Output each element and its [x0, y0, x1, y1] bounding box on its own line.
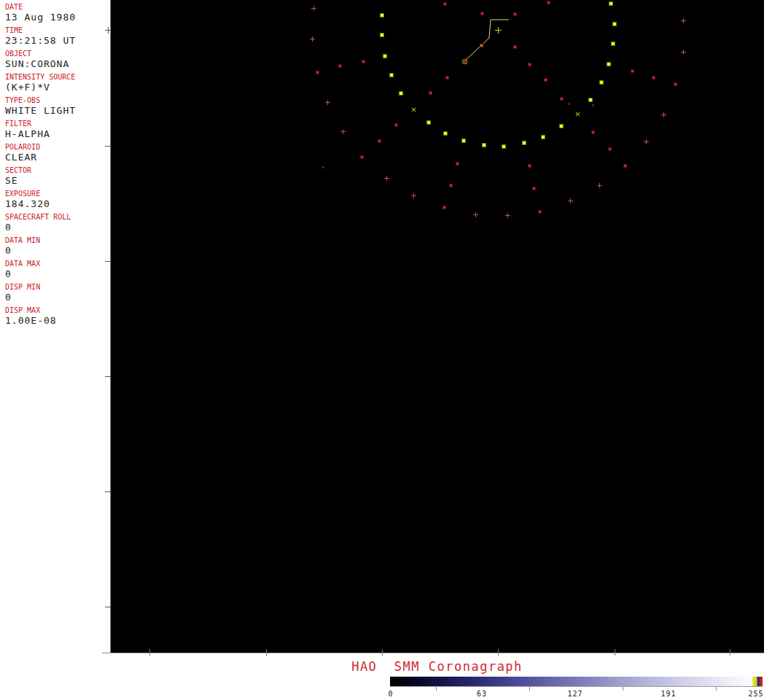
left-edge-tick: [105, 261, 111, 262]
yellow-grid-dot: [483, 144, 486, 147]
field-label: POLAROID: [5, 142, 110, 152]
field-label: SECTOR: [5, 166, 110, 175]
field-label: DISP MIN: [5, 282, 110, 292]
line-endpoint-dot: [464, 61, 466, 63]
colorbar-tick-label: 0: [388, 690, 393, 698]
yellow-grid-dot: [502, 145, 505, 148]
cross-marker: [568, 198, 573, 203]
cross-marker: [411, 193, 416, 198]
cross-marker: [681, 18, 686, 23]
star-dot: [514, 46, 516, 48]
x-marker: [410, 106, 418, 114]
coronagraph-display: [110, 0, 764, 653]
star-dot: [316, 71, 319, 74]
star-dot: [378, 140, 381, 142]
field-label: TYPE-OBS: [5, 96, 110, 105]
field-label: SPACECRAFT ROLL: [5, 212, 110, 222]
field-value: WHITE LIGHT: [5, 105, 110, 117]
star-dot: [674, 83, 677, 85]
field-value: 1.00E-08: [5, 315, 110, 327]
field-label: DATA MAX: [5, 259, 110, 268]
field-value: (K+F)*V: [5, 82, 110, 93]
star-dot: [652, 77, 655, 79]
field-label: DATE: [5, 2, 110, 12]
metadata-field-exposure: EXPOSURE 184.320: [0, 189, 110, 212]
yellow-grid-dot: [560, 125, 563, 128]
star-dot: [609, 148, 611, 150]
field-value: SUN:CORONA: [5, 58, 110, 70]
colorbar-tick-label: 255: [748, 690, 763, 698]
yellow-grid-dot: [399, 92, 402, 95]
cross-marker: [505, 213, 510, 218]
star-dot: [547, 1, 550, 4]
star-dot: [592, 131, 594, 133]
cross-marker: [644, 139, 649, 144]
star-dot: [539, 211, 541, 213]
cross-marker: [311, 6, 316, 11]
star-under-line: [480, 44, 483, 47]
star-dot: [339, 65, 341, 67]
yellow-grid-dot: [609, 2, 612, 5]
cross-marker: [325, 100, 330, 105]
smm-coronagraph-viewer: DATE 13 Aug 1980 TIME 23:21:58 UT OBJECT…: [0, 0, 764, 700]
colorbar-minor-tick: [529, 687, 530, 691]
pointing-line: [111, 0, 764, 653]
yellow-grid-dot: [390, 74, 393, 77]
metadata-field-spacecraft-roll: SPACECRAFT ROLL 0: [0, 212, 110, 236]
field-value: H-ALPHA: [5, 128, 110, 140]
cross-marker: [661, 112, 666, 117]
metadata-field-type-obs: TYPE-OBS WHITE LIGHT: [0, 96, 110, 119]
yellow-grid-dot: [462, 139, 465, 142]
star-dot: [361, 156, 363, 158]
yellow-grid-dot: [612, 42, 615, 45]
yellow-grid-dot: [381, 14, 383, 17]
field-value: 0: [5, 292, 110, 303]
left-edge-tick: [105, 491, 111, 492]
cross-marker: [681, 50, 686, 55]
star-dot: [443, 206, 445, 209]
colorbar-minor-tick: [436, 687, 437, 691]
star-dot: [561, 98, 563, 100]
left-edge-tick: [105, 376, 111, 377]
field-label: DATA MIN: [5, 236, 110, 245]
star-dot: [456, 163, 459, 165]
field-label: TIME: [5, 26, 110, 35]
colorbar: [390, 677, 763, 687]
star-dot: [481, 12, 483, 15]
colorbar-minor-tick: [623, 687, 623, 691]
metadata-field-date: DATE 13 Aug 1980: [0, 0, 110, 26]
image-bottom-axis-line: [102, 653, 764, 653]
sun-center-marker: [495, 27, 502, 34]
metadata-field-polaroid: POLAROID CLEAR: [0, 142, 110, 166]
field-value: 23:21:58 UT: [5, 35, 110, 47]
yellow-grid-dot: [613, 23, 616, 26]
star-dot: [533, 187, 535, 190]
cross-marker: [473, 212, 478, 217]
left-edge-tick: [105, 146, 111, 147]
metadata-field-data-max: DATA MAX 0: [0, 259, 110, 282]
yellow-grid-dot: [427, 121, 430, 124]
metadata-field-object: OBJECT SUN:CORONA: [0, 49, 110, 72]
star-dot: [395, 124, 397, 126]
faint-star-dot: [322, 166, 324, 168]
star-dot: [444, 3, 446, 5]
yellow-grid-dot: [523, 141, 526, 144]
metadata-field-data-min: DATA MIN 0: [0, 236, 110, 259]
yellow-grid-dot: [600, 81, 603, 84]
colorbar-minor-tick: [716, 687, 717, 691]
field-value: 0: [5, 268, 110, 280]
field-label: OBJECT: [5, 49, 110, 58]
field-label: FILTER: [5, 119, 110, 128]
yellow-grid-dot: [383, 55, 386, 58]
yellow-grid-dot: [589, 98, 592, 101]
star-dot: [514, 13, 516, 15]
star-dot: [429, 92, 432, 94]
footer-title: HAO SMM Coronagraph: [110, 659, 764, 674]
cross-marker: [384, 176, 389, 181]
star-dot: [450, 184, 452, 187]
yellow-grid-dot: [607, 63, 610, 66]
colorbar-tick-label: 63: [477, 690, 487, 698]
metadata-field-time: TIME 23:21:58 UT: [0, 26, 110, 49]
cross-marker: [310, 36, 315, 42]
left-edge-tick: [108, 27, 109, 34]
